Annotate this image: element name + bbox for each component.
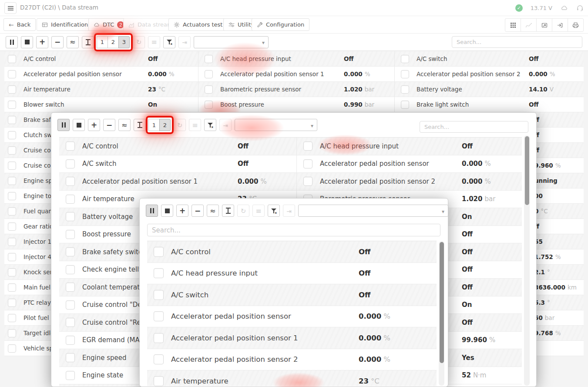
row-checkbox[interactable] xyxy=(8,299,16,307)
row-checkbox[interactable] xyxy=(205,55,213,63)
filter-clear-button[interactable] xyxy=(204,119,216,131)
stop-button[interactable] xyxy=(21,36,33,48)
row-checkbox[interactable] xyxy=(401,70,409,78)
export-button[interactable] xyxy=(552,18,568,32)
row-checkbox[interactable] xyxy=(66,353,75,362)
headset-icon[interactable] xyxy=(576,4,584,11)
search-input[interactable] xyxy=(452,36,582,48)
row-checkbox[interactable] xyxy=(154,268,164,278)
row-checkbox[interactable] xyxy=(8,131,16,139)
pause-button[interactable] xyxy=(6,36,18,48)
row-checkbox[interactable] xyxy=(8,283,16,292)
add-parameter-button[interactable] xyxy=(88,119,100,131)
tab-configuration[interactable]: Configuration xyxy=(252,18,309,31)
row-checkbox[interactable] xyxy=(66,371,75,380)
row-checkbox[interactable] xyxy=(66,230,75,239)
row-checkbox[interactable] xyxy=(8,70,16,78)
menu-button[interactable] xyxy=(4,2,17,14)
stop-button[interactable] xyxy=(73,119,85,131)
row-checkbox[interactable] xyxy=(66,265,75,274)
row-checkbox[interactable] xyxy=(401,55,409,63)
row-checkbox[interactable] xyxy=(303,141,312,151)
tab-identification[interactable]: Identification xyxy=(37,18,93,31)
add-parameter-button[interactable] xyxy=(176,205,188,217)
grid-view-button[interactable] xyxy=(505,18,521,32)
row-checkbox[interactable] xyxy=(66,212,75,221)
row-checkbox[interactable] xyxy=(8,55,16,63)
print-button[interactable] xyxy=(568,18,584,32)
row-checkbox[interactable] xyxy=(205,101,213,109)
row-checkbox[interactable] xyxy=(8,116,16,124)
row-checkbox[interactable] xyxy=(8,162,16,170)
row-checkbox[interactable] xyxy=(66,318,75,327)
row-checkbox[interactable] xyxy=(303,159,312,168)
row-checkbox[interactable] xyxy=(8,192,16,200)
row-checkbox[interactable] xyxy=(154,290,164,300)
row-checkbox[interactable] xyxy=(154,376,164,386)
row-checkbox[interactable] xyxy=(154,354,164,364)
row-checkbox[interactable] xyxy=(154,333,164,343)
row-checkbox[interactable] xyxy=(8,177,16,185)
param-label: A/C control xyxy=(82,142,238,150)
display-set-select[interactable] xyxy=(194,36,269,48)
pause-button[interactable] xyxy=(57,119,70,131)
remove-parameter-button[interactable] xyxy=(192,205,204,217)
row-checkbox[interactable] xyxy=(8,344,16,353)
screenshot-button[interactable] xyxy=(536,18,552,32)
row-checkbox[interactable] xyxy=(66,300,75,310)
row-checkbox[interactable] xyxy=(303,177,312,186)
fit-height-button[interactable] xyxy=(134,119,146,131)
row-checkbox[interactable] xyxy=(154,247,164,257)
fit-height-button[interactable] xyxy=(222,205,234,217)
scrollbar-thumb[interactable] xyxy=(440,242,444,363)
row-checkbox[interactable] xyxy=(205,70,213,78)
row-checkbox[interactable] xyxy=(205,85,213,94)
table-row: A/C switchOff xyxy=(395,51,584,67)
columns-2-button[interactable]: 2 xyxy=(159,119,171,131)
remove-parameter-button[interactable] xyxy=(51,36,64,48)
row-checkbox[interactable] xyxy=(8,253,16,261)
wave-button[interactable] xyxy=(67,36,79,48)
row-checkbox[interactable] xyxy=(154,311,164,321)
row-checkbox[interactable] xyxy=(66,195,75,204)
row-checkbox[interactable] xyxy=(8,238,16,246)
add-parameter-button[interactable] xyxy=(36,36,48,48)
row-checkbox[interactable] xyxy=(66,247,75,256)
row-checkbox[interactable] xyxy=(66,283,75,292)
display-set-select[interactable] xyxy=(235,119,317,131)
fit-height-button[interactable] xyxy=(82,36,94,48)
filter-clear-button[interactable] xyxy=(163,36,175,48)
row-checkbox[interactable] xyxy=(66,177,75,186)
stop-button[interactable] xyxy=(161,205,173,217)
refresh-icon xyxy=(241,207,246,215)
search-input[interactable] xyxy=(147,224,440,236)
row-checkbox[interactable] xyxy=(8,101,16,109)
cloud-icon[interactable] xyxy=(560,5,568,11)
remove-parameter-button[interactable] xyxy=(103,119,115,131)
display-set-select[interactable] xyxy=(298,205,448,217)
back-button[interactable]: Back xyxy=(3,18,36,31)
wave-button[interactable] xyxy=(118,119,131,131)
row-checkbox[interactable] xyxy=(401,101,409,109)
row-checkbox[interactable] xyxy=(66,336,75,345)
columns-1-button[interactable]: 1 xyxy=(97,36,108,48)
search-input[interactable] xyxy=(420,121,528,133)
columns-1-button[interactable]: 1 xyxy=(148,119,160,131)
wave-button[interactable] xyxy=(207,205,219,217)
row-checkbox[interactable] xyxy=(66,159,75,168)
row-checkbox[interactable] xyxy=(66,141,75,151)
tab-actuators-test[interactable]: Actuators test xyxy=(168,18,228,31)
pause-button[interactable] xyxy=(146,205,158,217)
row-checkbox[interactable] xyxy=(8,85,16,94)
row-checkbox[interactable] xyxy=(8,222,16,231)
filter-clear-button[interactable] xyxy=(268,205,280,217)
row-checkbox[interactable] xyxy=(401,85,409,94)
row-checkbox[interactable] xyxy=(8,314,16,322)
row-checkbox[interactable] xyxy=(8,207,16,215)
row-checkbox[interactable] xyxy=(8,268,16,276)
columns-3-button[interactable]: 3 xyxy=(118,36,130,48)
scrollbar-thumb[interactable] xyxy=(525,136,529,205)
row-checkbox[interactable] xyxy=(8,146,16,155)
columns-2-button[interactable]: 2 xyxy=(108,36,119,48)
row-checkbox[interactable] xyxy=(8,329,16,337)
